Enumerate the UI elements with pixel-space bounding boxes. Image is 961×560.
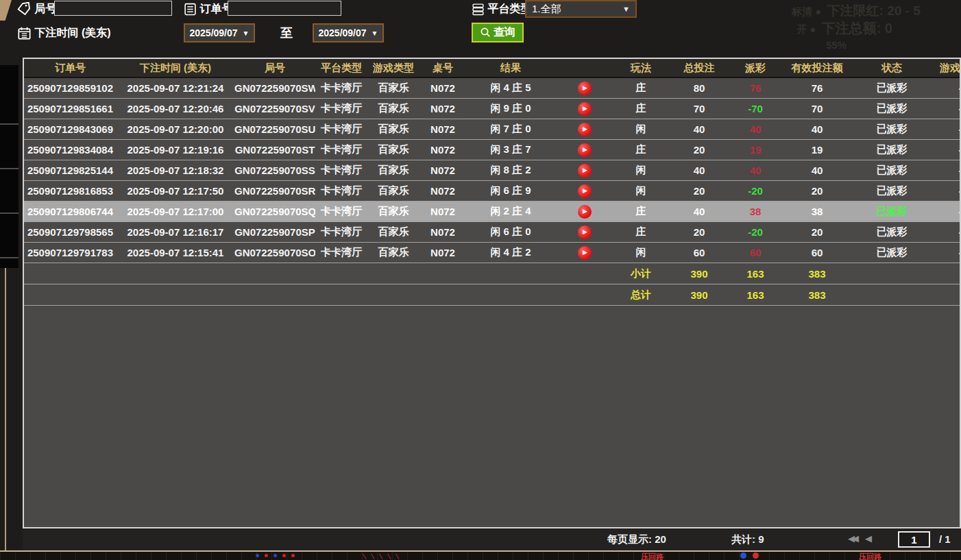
column-header: 状态	[853, 59, 930, 77]
cell-bet-type: 庄	[613, 140, 668, 160]
road-dot-red	[291, 554, 295, 557]
prev-page-button[interactable]: ◀	[865, 533, 872, 544]
date-from-picker[interactable]: 2025/09/07 ▼	[184, 23, 255, 42]
total-count-label: 共计: 9	[731, 533, 764, 546]
play-video-button[interactable]: ▶	[578, 184, 592, 198]
date-to-picker[interactable]: 2025/09/07 ▼	[313, 23, 384, 42]
cell-status: 已派彩	[853, 160, 930, 181]
cell-result: 闲 9 庄 0	[466, 99, 555, 119]
table-row[interactable]: 250907129859102 2025-09-07 12:21:24 GN07…	[24, 77, 961, 99]
table-row[interactable]: 250907129851661 2025-09-07 12:20:46 GN07…	[24, 99, 961, 119]
table-row[interactable]: 250907129816853 2025-09-07 12:17:50 GN07…	[24, 181, 961, 202]
cell-bet-time: 2025-09-07 12:16:17	[117, 222, 234, 243]
column-header	[555, 59, 613, 77]
query-button[interactable]: 查询	[472, 23, 524, 42]
cell-replay: ▶	[555, 119, 613, 140]
road-marks: ﹨﹨﹨﹨﹨	[361, 552, 402, 560]
cell-payout: 19	[730, 140, 781, 160]
cell-payout: 38	[730, 202, 781, 222]
platform-field-label: 平台类型	[472, 2, 531, 16]
pagination-bar: 每页显示: 20 共计: 9 ◀◀ ◀ / 1 ▶	[23, 529, 961, 550]
column-header: 派彩	[730, 59, 781, 77]
cell-round-number: GN072259070SU	[234, 119, 315, 140]
cell-result: 闲 6 庄 9	[466, 181, 555, 202]
cell-game-mode: -	[930, 243, 961, 263]
cell-total-bet: 20	[668, 181, 730, 202]
cell-game-mode: -	[930, 160, 961, 181]
play-icon: ▶	[583, 229, 587, 235]
table-row[interactable]: 250907129843069 2025-09-07 12:20:00 GN07…	[24, 119, 961, 140]
column-header: 订单号	[24, 59, 117, 77]
play-video-button[interactable]: ▶	[578, 226, 592, 239]
table-header-row: 订单号下注时间 (美东)局号平台类型游戏类型桌号结果玩法总投注派彩有效投注额状态…	[24, 59, 961, 77]
road-dot-blue	[256, 554, 259, 557]
page-number-input[interactable]	[898, 531, 930, 548]
cell-total-bet: 20	[668, 140, 730, 160]
play-video-button[interactable]: ▶	[578, 123, 592, 136]
cell-platform-type: 卡卡湾厅	[315, 160, 367, 181]
cell-valid-bet: 40	[781, 119, 853, 140]
search-icon	[480, 27, 491, 38]
bet-records-panel: 订单号下注时间 (美东)局号平台类型游戏类型桌号结果玩法总投注派彩有效投注额状态…	[23, 58, 961, 528]
cell-total-bet: 40	[668, 119, 730, 140]
grand-total-row: 总计 390 163 383	[24, 284, 961, 306]
table-row[interactable]: 250907129806744 2025-09-07 12:17:00 GN07…	[24, 202, 961, 222]
cell-table-number: N072	[419, 99, 466, 119]
play-video-button[interactable]: ▶	[578, 143, 592, 157]
cell-valid-bet: 76	[781, 77, 853, 99]
cell-round-number: GN072259070SP	[234, 222, 315, 243]
cell-payout: 60	[730, 243, 781, 263]
cell-game-mode: -	[930, 222, 961, 243]
play-video-button[interactable]: ▶	[578, 205, 592, 219]
cell-status: 已派彩	[853, 99, 930, 119]
play-video-button[interactable]: ▶	[578, 82, 592, 95]
subtotal-valid-bet: 383	[781, 263, 853, 284]
play-video-button[interactable]: ▶	[578, 102, 592, 116]
cell-replay: ▶	[555, 243, 613, 263]
cell-bet-time: 2025-09-07 12:20:46	[117, 99, 234, 119]
cell-round-number: GN072259070SO	[234, 243, 315, 263]
cell-result: 闲 4 庄 2	[466, 243, 555, 263]
platform-type-select[interactable]: 1.全部 ▼	[525, 0, 637, 18]
subtotal-label: 小计	[613, 263, 668, 284]
play-icon: ▶	[583, 106, 587, 112]
play-video-button[interactable]: ▶	[578, 246, 592, 260]
cell-status: 已派彩	[853, 202, 930, 222]
cell-table-number: N072	[419, 243, 466, 263]
table-row[interactable]: 250907129825144 2025-09-07 12:18:32 GN07…	[24, 160, 961, 181]
query-button-label: 查询	[494, 25, 515, 40]
cell-round-number: GN072259070SV	[234, 99, 315, 119]
order-input[interactable]	[228, 1, 341, 16]
play-video-button[interactable]: ▶	[578, 164, 592, 178]
bet-records-table: 订单号下注时间 (美东)局号平台类型游戏类型桌号结果玩法总投注派彩有效投注额状态…	[24, 59, 961, 306]
cell-game-type: 百家乐	[367, 202, 419, 222]
road-label: 压回路	[641, 552, 664, 560]
first-page-button[interactable]: ◀◀	[848, 533, 856, 544]
background-left-wedge	[0, 0, 12, 21]
subtotal-total-bet: 390	[668, 263, 730, 284]
road-dot-red	[282, 554, 286, 557]
table-row[interactable]: 250907129798565 2025-09-07 12:16:17 GN07…	[24, 222, 961, 243]
cell-status: 已派彩	[853, 140, 930, 160]
play-icon: ▶	[583, 188, 587, 194]
cell-payout: 76	[730, 77, 781, 99]
table-row[interactable]: 250907129834084 2025-09-07 12:19:16 GN07…	[24, 140, 961, 160]
cell-total-bet: 40	[668, 202, 730, 222]
round-input[interactable]	[54, 1, 172, 16]
cell-game-mode: -	[930, 77, 961, 99]
grand-total-payout: 163	[730, 284, 781, 306]
cell-table-number: N072	[419, 181, 466, 202]
cell-status: 已派彩	[853, 119, 930, 140]
background-left-line	[5, 268, 6, 550]
column-header: 玩法	[613, 59, 668, 77]
cell-result: 闲 6 庄 0	[466, 222, 555, 243]
chevron-down-icon: ▼	[372, 29, 378, 37]
cell-game-mode: -	[930, 99, 961, 119]
table-row[interactable]: 250907129791783 2025-09-07 12:15:41 GN07…	[24, 243, 961, 263]
cell-order-number: 250907129806744	[24, 202, 117, 222]
cell-platform-type: 卡卡湾厅	[315, 243, 367, 263]
chevron-down-icon: ▼	[622, 5, 630, 13]
subtotal-row: 小计 390 163 383	[24, 263, 961, 284]
play-icon: ▶	[583, 167, 587, 173]
cell-platform-type: 卡卡湾厅	[315, 77, 367, 99]
